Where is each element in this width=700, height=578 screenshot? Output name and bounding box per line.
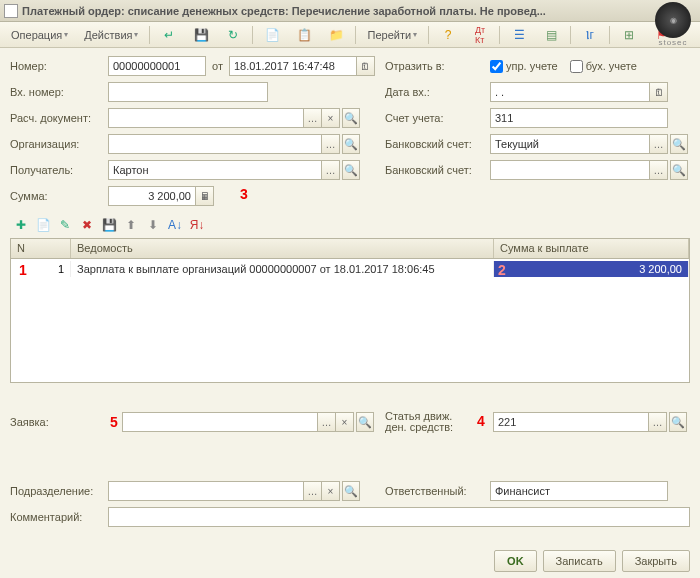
bank2-label: Банковский счет: [385,164,490,176]
table-row[interactable]: 1 1 Зарплата к выплате организаций 00000… [11,259,689,279]
dots2-icon[interactable]: … [322,134,340,154]
request-input[interactable] [122,412,318,432]
folder-icon[interactable]: 📁 [321,25,351,45]
dots1-icon[interactable]: … [304,108,322,128]
date-in-label: Дата вх.: [385,86,490,98]
clear2-icon[interactable]: × [336,412,354,432]
bank1-label: Банковский счет: [385,138,490,150]
save-button[interactable]: Записать [543,550,616,572]
lookup3-icon[interactable]: 🔍 [670,134,688,154]
return-icon[interactable]: ↵ [154,25,184,45]
refresh-icon[interactable]: ↻ [218,25,248,45]
clear1-icon[interactable]: × [322,108,340,128]
col-n[interactable]: N [11,239,71,258]
sort-desc-icon[interactable]: Я↓ [188,216,206,234]
annotation-5: 5 [110,414,118,430]
lookup8-icon[interactable]: 🔍 [342,481,360,501]
settlement-label: Расч. документ: [10,112,108,124]
window-title: Платежный ордер: списание денежных средс… [22,5,696,17]
help-icon[interactable]: ? [433,25,463,45]
annotation-3: 3 [240,186,248,202]
subdiv-label: Подразделение: [10,485,108,497]
add-row-icon[interactable]: ✚ [12,216,30,234]
title-bar: Платежный ордер: списание денежных средс… [0,0,700,22]
account-input[interactable] [490,108,668,128]
account-label: Счет учета: [385,112,490,124]
lookup6-icon[interactable]: 🔍 [356,412,374,432]
lookup7-icon[interactable]: 🔍 [669,412,687,432]
save-row-icon[interactable]: 💾 [100,216,118,234]
actions-menu[interactable]: Действия▾ [77,25,145,45]
dots7-icon[interactable]: … [649,412,667,432]
incoming-input[interactable] [108,82,268,102]
col-statement[interactable]: Ведомость [71,239,494,258]
edit-row-icon[interactable]: ✎ [56,216,74,234]
dots3-icon[interactable]: … [650,134,668,154]
calc-icon[interactable]: 🖩 [196,186,214,206]
request-label: Заявка: [10,416,108,428]
recipient-label: Получатель: [10,164,108,176]
lookup4-icon[interactable]: 🔍 [342,160,360,180]
sum-input[interactable] [108,186,196,206]
comment-label: Комментарий: [10,511,108,523]
doc1-icon[interactable]: 📄 [257,25,287,45]
bank1-input[interactable] [490,134,650,154]
calendar2-icon[interactable]: 🗓 [650,82,668,102]
calendar-icon[interactable]: 🗓 [357,56,375,76]
table-icon[interactable]: ⊞ [614,25,644,45]
annotation-1: 1 [19,262,27,278]
close-button[interactable]: Закрыть [622,550,690,572]
logo: ◉ stosec [648,2,698,42]
main-toolbar: Операция▾ Действия▾ ↵ 💾 ↻ 📄 📋 📁 Перейти▾… [0,22,700,48]
bank2-input[interactable] [490,160,650,180]
cashflow-label: Статья движ. ден. средств: [385,411,475,433]
document-icon [4,4,18,18]
form-icon[interactable]: ▤ [536,25,566,45]
annotation-2: 2 [498,262,506,278]
bugh-checkbox[interactable]: бух. учете [570,60,637,73]
up-icon[interactable]: ⬆ [122,216,140,234]
mgmt-checkbox[interactable]: упр. учете [490,60,558,73]
copy-row-icon[interactable]: 📄 [34,216,52,234]
list-icon[interactable]: ☰ [504,25,534,45]
subdiv-input[interactable] [108,481,304,501]
sum-label: Сумма: [10,190,108,202]
footer-buttons: OK Записать Закрыть [494,550,690,572]
reflect-label: Отразить в: [385,60,490,72]
lookup5-icon[interactable]: 🔍 [670,160,688,180]
recipient-input[interactable] [108,160,322,180]
responsible-label: Ответственный: [385,485,490,497]
incoming-label: Вх. номер: [10,86,108,98]
lookup1-icon[interactable]: 🔍 [342,108,360,128]
comment-input[interactable] [108,507,690,527]
org-label: Организация: [10,138,108,150]
delete-row-icon[interactable]: ✖ [78,216,96,234]
settlement-input[interactable] [108,108,304,128]
sort-asc-icon[interactable]: A↓ [166,216,184,234]
dots5-icon[interactable]: … [650,160,668,180]
save-icon[interactable]: 💾 [186,25,216,45]
payments-grid: N Ведомость Сумма к выплате 1 1 Зарплата… [10,238,690,383]
goto-menu[interactable]: Перейти▾ [360,25,424,45]
date-input[interactable] [229,56,357,76]
col-amount[interactable]: Сумма к выплате [494,239,689,258]
ok-button[interactable]: OK [494,550,537,572]
number-input[interactable] [108,56,206,76]
doc2-icon[interactable]: 📋 [289,25,319,45]
dots4-icon[interactable]: … [322,160,340,180]
down-icon[interactable]: ⬇ [144,216,162,234]
lookup2-icon[interactable]: 🔍 [342,134,360,154]
annotation-4: 4 [477,413,485,429]
dots8-icon[interactable]: … [304,481,322,501]
number-label: Номер: [10,60,108,72]
cashflow-input[interactable] [493,412,649,432]
responsible-input[interactable] [490,481,668,501]
tree-icon[interactable]: Ⲓг [575,25,605,45]
dots6-icon[interactable]: … [318,412,336,432]
clear3-icon[interactable]: × [322,481,340,501]
org-input[interactable] [108,134,322,154]
dkkt-icon[interactable]: ДтКт [465,25,495,45]
date-in-input[interactable] [490,82,650,102]
from-label: от [212,60,223,72]
operation-menu[interactable]: Операция▾ [4,25,75,45]
